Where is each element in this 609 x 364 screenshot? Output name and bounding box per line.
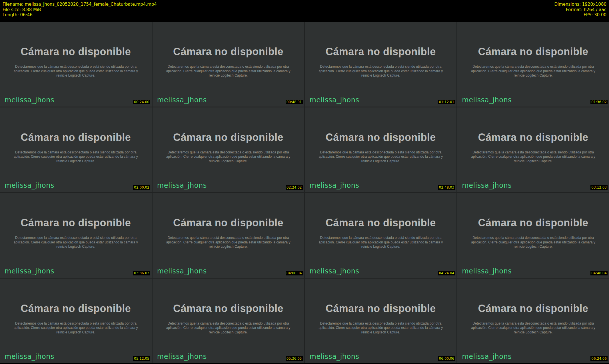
video-frame-tile: Cámara no disponible Detectaremos que la… xyxy=(457,193,609,278)
frame-timestamp: 01:12.01 xyxy=(438,100,455,104)
frame-grid: Cámara no disponible Detectaremos que la… xyxy=(0,22,609,363)
frame-timestamp: 04:48.04 xyxy=(590,271,608,275)
frame-timestamp: 01:36.02 xyxy=(590,100,608,104)
message-line: aplicación. Cierre cualquier otra aplica… xyxy=(153,240,304,245)
message-line: Detectaremos que la cámara está desconec… xyxy=(153,150,304,155)
camera-unavailable-message: Detectaremos que la cámara está desconec… xyxy=(153,150,304,164)
camera-unavailable-title: Cámara no disponible xyxy=(153,46,304,58)
username-watermark: melissa_jhons xyxy=(310,267,359,275)
message-line: reinicie Logitech Capture. xyxy=(0,330,152,335)
file-size-text: File size: 8.88 MiB xyxy=(3,7,157,13)
message-line: reinicie Logitech Capture. xyxy=(153,245,304,249)
message-line: aplicación. Cierre cualquier otra aplica… xyxy=(305,240,457,245)
message-line: aplicación. Cierre cualquier otra aplica… xyxy=(153,326,304,330)
username-watermark: melissa_jhons xyxy=(157,267,207,275)
username-watermark: melissa_jhons xyxy=(462,267,512,275)
camera-unavailable-title: Cámara no disponible xyxy=(0,303,152,315)
username-watermark: melissa_jhons xyxy=(157,353,207,361)
message-line: aplicación. Cierre cualquier otra aplica… xyxy=(305,69,457,74)
username-watermark: melissa_jhons xyxy=(5,181,54,189)
frame-timestamp: 05:36.05 xyxy=(286,356,303,361)
message-line: aplicación. Cierre cualquier otra aplica… xyxy=(153,155,304,159)
username-watermark: melissa_jhons xyxy=(5,96,54,104)
message-line: Detectaremos que la cámara está desconec… xyxy=(305,236,457,240)
message-line: aplicación. Cierre cualquier otra aplica… xyxy=(0,69,152,74)
frame-timestamp: 03:36.03 xyxy=(133,271,150,275)
camera-unavailable-title: Cámara no disponible xyxy=(0,131,152,143)
message-line: Detectaremos que la cámara está desconec… xyxy=(457,65,609,69)
frame-timestamp: 02:00.02 xyxy=(133,185,150,190)
camera-unavailable-message: Detectaremos que la cámara está desconec… xyxy=(153,65,304,78)
message-line: aplicación. Cierre cualquier otra aplica… xyxy=(0,155,152,159)
message-line: reinicie Logitech Capture. xyxy=(457,159,609,164)
format-info-block: Dimensions: 1920x1080 Format: h264 / aac… xyxy=(554,2,606,22)
frame-timestamp: 00:24.00 xyxy=(133,100,150,104)
message-line: Detectaremos que la cámara está desconec… xyxy=(457,150,609,155)
message-line: reinicie Logitech Capture. xyxy=(153,73,304,78)
frame-timestamp: 05:12.05 xyxy=(133,356,150,361)
camera-unavailable-message: Detectaremos que la cámara está desconec… xyxy=(305,236,457,249)
message-line: reinicie Logitech Capture. xyxy=(305,159,457,164)
camera-unavailable-message: Detectaremos que la cámara está desconec… xyxy=(0,150,152,164)
contact-sheet: Filename: melissa_jhons_02052020_1754_fe… xyxy=(0,0,609,364)
message-line: Detectaremos que la cámara está desconec… xyxy=(0,236,152,240)
video-frame-tile: Cámara no disponible Detectaremos que la… xyxy=(305,107,457,192)
camera-unavailable-title: Cámara no disponible xyxy=(305,217,457,229)
frame-timestamp: 03:12.03 xyxy=(590,185,608,190)
video-frame-tile: Cámara no disponible Detectaremos que la… xyxy=(0,193,152,278)
video-frame-tile: Cámara no disponible Detectaremos que la… xyxy=(305,22,457,107)
video-frame-tile: Cámara no disponible Detectaremos que la… xyxy=(457,107,609,192)
message-line: Detectaremos que la cámara está desconec… xyxy=(305,65,457,69)
camera-unavailable-message: Detectaremos que la cámara está desconec… xyxy=(305,150,457,164)
video-frame-tile: Cámara no disponible Detectaremos que la… xyxy=(457,279,609,363)
message-line: aplicación. Cierre cualquier otra aplica… xyxy=(0,240,152,245)
video-frame-tile: Cámara no disponible Detectaremos que la… xyxy=(457,22,609,107)
filename-text: Filename: melissa_jhons_02052020_1754_fe… xyxy=(3,2,157,7)
camera-unavailable-message: Detectaremos que la cámara está desconec… xyxy=(305,321,457,335)
frame-timestamp: 02:48.03 xyxy=(438,185,455,190)
message-line: reinicie Logitech Capture. xyxy=(305,330,457,335)
video-frame-tile: Cámara no disponible Detectaremos que la… xyxy=(305,193,457,278)
camera-unavailable-title: Cámara no disponible xyxy=(457,131,609,143)
camera-unavailable-title: Cámara no disponible xyxy=(305,46,457,58)
dimensions-text: Dimensions: 1920x1080 xyxy=(554,2,606,7)
frame-timestamp: 04:00.04 xyxy=(286,271,303,275)
message-line: aplicación. Cierre cualquier otra aplica… xyxy=(457,240,609,245)
message-line: aplicación. Cierre cualquier otra aplica… xyxy=(153,69,304,74)
camera-unavailable-title: Cámara no disponible xyxy=(457,303,609,315)
camera-unavailable-message: Detectaremos que la cámara está desconec… xyxy=(457,150,609,164)
message-line: Detectaremos que la cámara está desconec… xyxy=(153,321,304,326)
message-line: Detectaremos que la cámara está desconec… xyxy=(0,321,152,326)
message-line: aplicación. Cierre cualquier otra aplica… xyxy=(457,69,609,74)
frame-timestamp: 04:24.04 xyxy=(438,271,455,275)
message-line: reinicie Logitech Capture. xyxy=(153,330,304,335)
camera-unavailable-title: Cámara no disponible xyxy=(457,217,609,229)
camera-unavailable-title: Cámara no disponible xyxy=(305,303,457,315)
username-watermark: melissa_jhons xyxy=(5,353,54,361)
camera-unavailable-title: Cámara no disponible xyxy=(153,303,304,315)
length-text: Length: 06:46 xyxy=(3,12,157,18)
camera-unavailable-title: Cámara no disponible xyxy=(153,217,304,229)
username-watermark: melissa_jhons xyxy=(157,96,207,104)
camera-unavailable-message: Detectaremos que la cámara está desconec… xyxy=(457,65,609,78)
camera-unavailable-title: Cámara no disponible xyxy=(153,131,304,143)
camera-unavailable-message: Detectaremos que la cámara está desconec… xyxy=(457,321,609,335)
message-line: reinicie Logitech Capture. xyxy=(305,245,457,249)
video-frame-tile: Cámara no disponible Detectaremos que la… xyxy=(0,22,152,107)
camera-unavailable-message: Detectaremos que la cámara está desconec… xyxy=(457,236,609,249)
message-line: reinicie Logitech Capture. xyxy=(305,73,457,78)
fps-text: FPS: 30.00 xyxy=(554,12,606,18)
username-watermark: melissa_jhons xyxy=(310,96,359,104)
message-line: reinicie Logitech Capture. xyxy=(457,245,609,249)
video-frame-tile: Cámara no disponible Detectaremos que la… xyxy=(0,279,152,363)
camera-unavailable-message: Detectaremos que la cámara está desconec… xyxy=(0,321,152,335)
message-line: reinicie Logitech Capture. xyxy=(457,330,609,335)
video-frame-tile: Cámara no disponible Detectaremos que la… xyxy=(153,193,304,278)
camera-unavailable-title: Cámara no disponible xyxy=(0,46,152,58)
video-frame-tile: Cámara no disponible Detectaremos que la… xyxy=(153,279,304,363)
message-line: reinicie Logitech Capture. xyxy=(457,73,609,78)
frame-timestamp: 00:48.01 xyxy=(286,100,303,104)
message-line: Detectaremos que la cámara está desconec… xyxy=(153,65,304,69)
username-watermark: melissa_jhons xyxy=(462,353,512,361)
message-line: Detectaremos que la cámara está desconec… xyxy=(457,321,609,326)
